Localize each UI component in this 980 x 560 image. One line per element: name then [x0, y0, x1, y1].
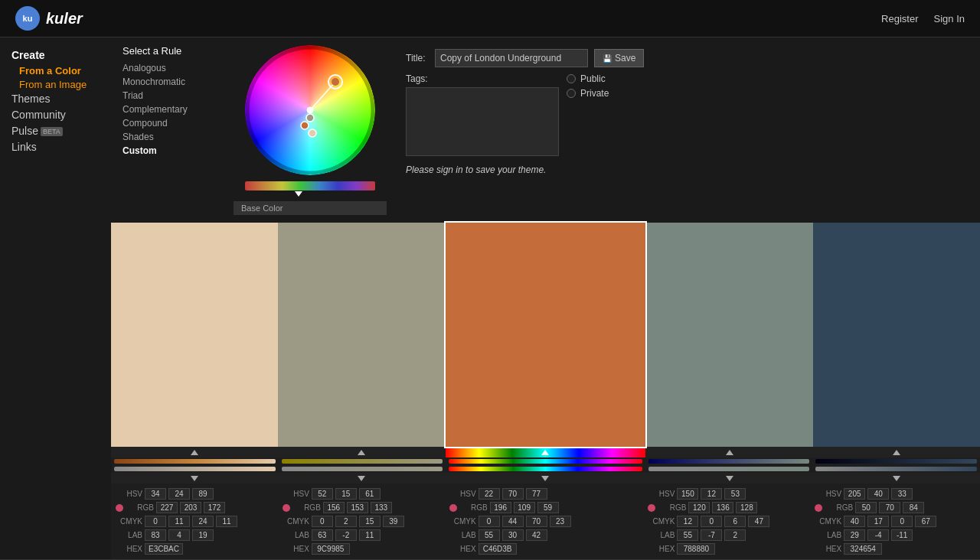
- create-section[interactable]: Create: [11, 49, 100, 61]
- lab-a-4[interactable]: [867, 529, 889, 541]
- register-button[interactable]: Register: [881, 13, 918, 24]
- hex-0[interactable]: [145, 543, 183, 555]
- sidebar-item-pulse[interactable]: PulseBETA: [11, 125, 100, 137]
- hue-bar-2[interactable]: [449, 459, 642, 464]
- hsv-v-4[interactable]: [891, 488, 913, 500]
- cmyk-c-2[interactable]: [479, 516, 500, 527]
- hsv-v-2[interactable]: [526, 488, 547, 500]
- rgb-g-3[interactable]: [712, 502, 733, 513]
- arrow-down-4[interactable]: [893, 476, 900, 481]
- lab-l-3[interactable]: [677, 529, 698, 541]
- cmyk-m-2[interactable]: [502, 516, 524, 527]
- cmyk-y-1[interactable]: [359, 516, 381, 527]
- cmyk-k-1[interactable]: [383, 516, 404, 527]
- cmyk-k-0[interactable]: [216, 516, 237, 527]
- arrow-down-0[interactable]: [191, 476, 198, 481]
- rule-custom[interactable]: Custom: [122, 145, 222, 156]
- hex-1[interactable]: [312, 543, 350, 555]
- cmyk-c-3[interactable]: [677, 516, 698, 527]
- lab-a-3[interactable]: [701, 529, 722, 541]
- cmyk-m-4[interactable]: [867, 516, 889, 527]
- lab-b-2[interactable]: [526, 529, 547, 541]
- rule-triad[interactable]: Triad: [122, 90, 222, 101]
- hue-bar-4[interactable]: [815, 459, 977, 464]
- rgb-b-0[interactable]: [204, 502, 225, 513]
- sidebar-item-from-color[interactable]: From a Color: [11, 65, 100, 77]
- lab-a-1[interactable]: [335, 529, 357, 541]
- swatch-1[interactable]: [278, 223, 445, 447]
- hue-bar-1[interactable]: [282, 459, 443, 464]
- arrow-up-4[interactable]: [893, 450, 900, 455]
- cmyk-y-4[interactable]: [891, 516, 913, 527]
- arrow-down-2[interactable]: [541, 476, 549, 481]
- wheel-dot-1[interactable]: [301, 122, 309, 129]
- rule-analogous[interactable]: Analogous: [122, 63, 222, 73]
- sat-bar-1[interactable]: [282, 467, 443, 471]
- lab-l-0[interactable]: [145, 529, 166, 541]
- sat-bar-4[interactable]: [815, 467, 977, 471]
- public-option[interactable]: Public: [567, 73, 609, 84]
- swatch-2-base[interactable]: [446, 223, 646, 447]
- hsv-h-4[interactable]: [844, 488, 865, 500]
- hsv-s-1[interactable]: [335, 488, 357, 500]
- hue-bar-3[interactable]: [648, 459, 810, 464]
- swatch-4[interactable]: [813, 223, 980, 447]
- cmyk-m-3[interactable]: [701, 516, 722, 527]
- sidebar-item-links[interactable]: Links: [11, 141, 100, 153]
- title-input[interactable]: [435, 49, 588, 67]
- sat-bar-2-rainbow[interactable]: [449, 467, 642, 471]
- lab-b-3[interactable]: [724, 529, 746, 541]
- cmyk-m-0[interactable]: [168, 516, 190, 527]
- hsv-s-4[interactable]: [867, 488, 889, 500]
- rgb-g-0[interactable]: [180, 502, 201, 513]
- sidebar-item-from-image[interactable]: From an Image: [11, 79, 100, 90]
- lab-b-0[interactable]: [192, 529, 214, 541]
- arrow-up-3[interactable]: [726, 450, 733, 455]
- wheel-dot-3[interactable]: [309, 129, 316, 137]
- rgb-b-2[interactable]: [537, 502, 559, 513]
- rule-complementary[interactable]: Complementary: [122, 104, 222, 115]
- wheel-dot-2[interactable]: [306, 114, 314, 122]
- hsv-h-0[interactable]: [145, 488, 166, 500]
- cmyk-c-4[interactable]: [844, 516, 865, 527]
- arrow-down-1[interactable]: [358, 476, 365, 481]
- radio-private[interactable]: [567, 89, 576, 98]
- lab-a-0[interactable]: [168, 529, 190, 541]
- rgb-r-2[interactable]: [490, 502, 511, 513]
- sidebar-item-community[interactable]: Community: [11, 109, 100, 121]
- cmyk-k-4[interactable]: [915, 516, 936, 527]
- hsv-h-1[interactable]: [312, 488, 333, 500]
- save-button[interactable]: 💾 Save: [594, 49, 644, 67]
- arrow-up-1[interactable]: [358, 450, 365, 455]
- cmyk-c-0[interactable]: [145, 516, 166, 527]
- hue-bar-0[interactable]: [114, 459, 276, 464]
- swatch-0[interactable]: [111, 223, 278, 447]
- rgb-r-0[interactable]: [156, 502, 178, 513]
- rule-shades[interactable]: Shades: [122, 132, 222, 142]
- rgb-b-1[interactable]: [371, 502, 392, 513]
- cmyk-k-2[interactable]: [550, 516, 571, 527]
- rgb-g-2[interactable]: [514, 502, 535, 513]
- lab-a-2[interactable]: [502, 529, 524, 541]
- hsv-v-1[interactable]: [359, 488, 381, 500]
- cmyk-c-1[interactable]: [312, 516, 333, 527]
- color-wheel[interactable]: [245, 45, 375, 175]
- rgb-b-3[interactable]: [736, 502, 757, 513]
- cmyk-y-3[interactable]: [724, 516, 746, 527]
- arrow-down-3[interactable]: [726, 476, 733, 481]
- hue-slider-bar[interactable]: [245, 181, 375, 190]
- rule-monochromatic[interactable]: Monochromatic: [122, 77, 222, 87]
- rgb-r-3[interactable]: [688, 502, 710, 513]
- tags-input[interactable]: [406, 87, 559, 156]
- hsv-s-3[interactable]: [701, 488, 722, 500]
- hsv-s-2[interactable]: [502, 488, 524, 500]
- arrow-up-2[interactable]: [541, 450, 549, 455]
- sidebar-item-themes[interactable]: Themes: [11, 93, 100, 105]
- hsv-v-3[interactable]: [724, 488, 746, 500]
- sat-bar-3[interactable]: [648, 467, 810, 471]
- swatch-3[interactable]: [645, 223, 812, 447]
- rgb-g-1[interactable]: [347, 502, 368, 513]
- hsv-h-2[interactable]: [479, 488, 500, 500]
- cmyk-y-2[interactable]: [526, 516, 547, 527]
- cmyk-m-1[interactable]: [335, 516, 357, 527]
